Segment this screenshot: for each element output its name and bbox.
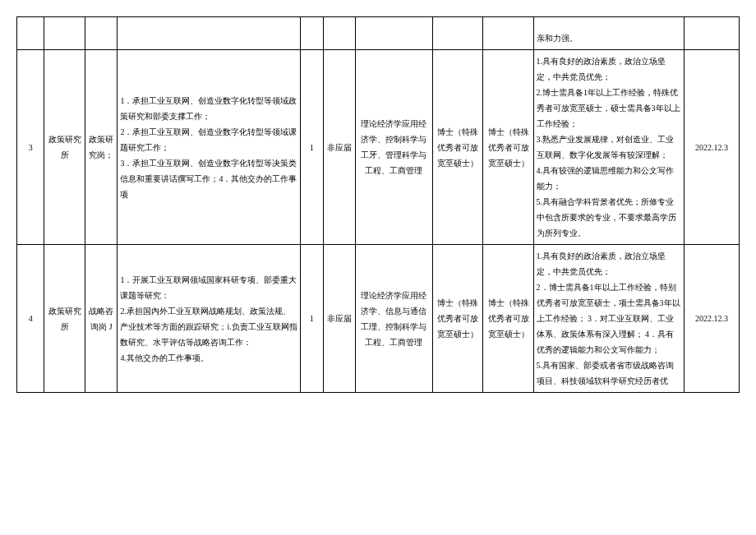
table-row: 4 政策研究所 战略咨询岗 J 1．开展工业互联网领域国家科研专项、部委重大课题… [17, 245, 740, 393]
cell-edu2: 博士（特殊优秀者可放宽至硕士） [483, 245, 533, 393]
cell-num: 4 [17, 245, 44, 393]
policy-table: 亲和力强。 3 政策研究所 政策研究岗； 1．承担工业互联网、创造业数字化转型等… [16, 16, 740, 393]
cell-duty: 1．开展工业互联网领域国家科研专项、部委重大课题等研究：2.承担国内外工业互联网… [118, 245, 301, 393]
cell-req: 亲和力强。 [533, 17, 685, 50]
cell-post: 战略咨询岗 J [85, 245, 118, 393]
cell-date: 2022.12.3 [685, 245, 740, 393]
cell-num: 3 [17, 50, 44, 245]
table-row: 亲和力强。 [17, 17, 740, 50]
cell-req: 1.具有良好的政治素质，政治立场坚定，中共党员优先；2．博士需具备1年以上工作经… [533, 245, 685, 393]
cell-duty [118, 17, 301, 50]
table-row: 3 政策研究所 政策研究岗； 1．承担工业互联网、创造业数字化转型等领域政策研究… [17, 50, 740, 245]
cell-count: 1 [300, 50, 323, 245]
cell-type: 非应届 [323, 245, 355, 393]
cell-count [300, 17, 323, 50]
cell-edu2: 博士（特殊优秀者可放宽至硕士） [483, 50, 533, 245]
cell-duty: 1．承担工业互联网、创造业数字化转型等领域政策研究和部委支撑工作；2．承担工业互… [118, 50, 301, 245]
cell-edu1: 博士（特殊优秀者可放宽至硕士） [433, 245, 483, 393]
cell-major: 理论经济学应用经济学、信息与通信工理、控制科学与工程、工商管理 [355, 245, 433, 393]
cell-type: 非应届 [323, 50, 355, 245]
cell-num [17, 17, 44, 50]
cell-post [85, 17, 118, 50]
cell-post: 政策研究岗； [85, 50, 118, 245]
cell-edu2 [483, 17, 533, 50]
cell-major [355, 17, 433, 50]
cell-req: 1.具有良好的政治素质，政治立场坚定，中共党员优先；2.博士需具备1年以上工作经… [533, 50, 685, 245]
cell-count: 1 [300, 245, 323, 393]
cell-dept: 政策研究所 [44, 50, 85, 245]
cell-dept: 政策研究所 [44, 245, 85, 393]
cell-major: 理论经济学应用经济学、控制科学与工牙、管理科学与工程、工商管理 [355, 50, 433, 245]
cell-edu1 [433, 17, 483, 50]
cell-edu1: 博士（特殊优秀者可放宽至硕士） [433, 50, 483, 245]
cell-type [323, 17, 355, 50]
cell-date [685, 17, 740, 50]
cell-date: 2022.12.3 [685, 50, 740, 245]
cell-dept [44, 17, 85, 50]
